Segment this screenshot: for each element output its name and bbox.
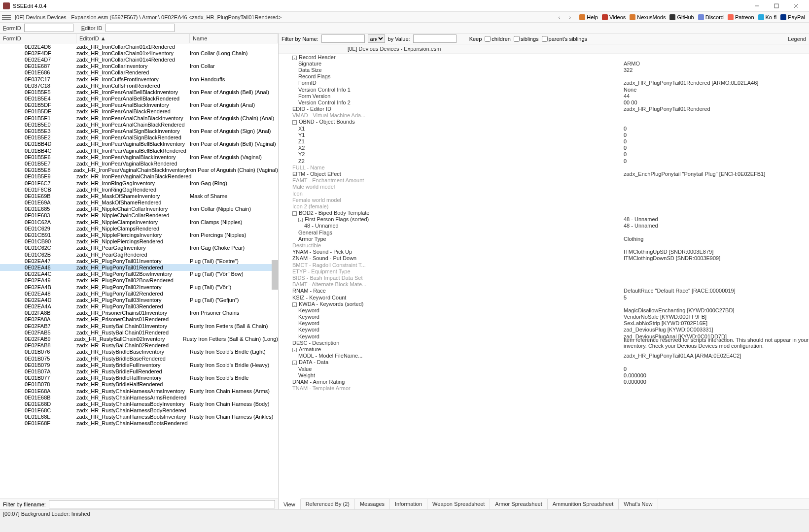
table-row[interactable]: 0E02EA4Azadx_HR_PlugPonyTail03Rendered [0, 303, 278, 310]
legend-button[interactable]: Legend [788, 36, 806, 42]
col-editorid[interactable]: EditorID ▲ [76, 34, 190, 43]
table-row[interactable]: 0E02E4D6zadx_HR_IronCollarChain01x1Rende… [0, 43, 278, 50]
table-row[interactable]: 0E01B5E9zadx_HR_IronPearVaginalChainBlac… [0, 173, 278, 180]
table-row[interactable]: 0E02EA4Dzadx_HR_PlugPonyTail03InventoryP… [0, 297, 278, 303]
link-ko-fi[interactable]: Ko-fi [758, 14, 777, 20]
table-row[interactable]: 0E01CB91zadx_HR_NipplePiercingsInventory… [0, 232, 278, 238]
record-tree[interactable]: 0E02E4D6zadx_HR_IronCollarChain01x1Rende… [0, 43, 278, 499]
table-row[interactable]: 0E01E68Czadx_HR_RustyChainHarnessBodyRen… [0, 407, 278, 414]
filter-op-select[interactable]: and [368, 34, 385, 43]
detail-row[interactable]: 48 - Unnamed48 - Unnamed [279, 223, 809, 229]
col-name[interactable]: Name [190, 34, 278, 43]
table-row[interactable]: 0E02FAB7zadx_HR_RustyBallChain01Inventor… [0, 323, 278, 329]
tab-view[interactable]: View [279, 499, 301, 509]
table-row[interactable]: 0E01B077zadx_HR_RustyBridleHalfInventory… [0, 375, 278, 381]
detail-row[interactable]: Male world model [279, 184, 809, 190]
table-row[interactable]: 0E02FA8Azadx_HR_PrisonerChains01Rendered [0, 316, 278, 323]
table-row[interactable]: 0E01E69Bzadx_HR_MaskOfShameInventoryMask… [0, 193, 278, 199]
expand-icon[interactable]: - [292, 211, 297, 216]
maximize-button[interactable] [767, 0, 786, 12]
detail-row[interactable]: FormIDzadx_HR_PlugPonyTail01Rendered [AR… [279, 80, 809, 86]
link-patreon[interactable]: Patreon [728, 14, 754, 20]
detail-row[interactable]: BMCT - Ragdoll Constraint T... [279, 262, 809, 268]
tab-ammunition-spreadsheet[interactable]: Ammunition Spreadsheet [548, 499, 619, 509]
detail-row[interactable]: Form Version44 [279, 93, 809, 99]
table-row[interactable]: 0E01B5E0zadx_HR_IronPearAnalChainBlackRe… [0, 121, 278, 128]
table-row[interactable]: 0E01E686zadx_HR_IronCollarRendered [0, 69, 278, 76]
link-paypal[interactable]: PayPal [780, 14, 805, 20]
table-row[interactable]: 0E01E683zadx_HR_NippleChainCollarRendere… [0, 212, 278, 219]
table-row[interactable]: 0E02E4D7zadx_HR_IronCollarChain01x4Rende… [0, 56, 278, 63]
detail-row[interactable]: Version Control Info 200 00 [279, 99, 809, 105]
expand-icon[interactable]: - [292, 120, 297, 125]
tab-messages[interactable]: Messages [355, 499, 390, 509]
detail-row[interactable]: KSIZ - Keyword Count5 [279, 294, 809, 300]
table-row[interactable]: 0E01E68Azadx_HR_RustyChainHarnessArmsInv… [0, 388, 278, 394]
table-row[interactable]: 0E01E68Ezadx_HR_RustyChainHarnessBootsIn… [0, 414, 278, 420]
detail-row[interactable]: Weight0.000000 [279, 372, 809, 378]
expand-icon[interactable]: - [292, 56, 297, 60]
filter-name-input[interactable] [321, 34, 365, 43]
keep-children[interactable]: children [485, 36, 511, 42]
table-row[interactable]: 0E02EA48zadx_HR_PlugPonyTail02Rendered [0, 290, 278, 297]
detail-row[interactable]: BAMT - Alternate Block Mate... [279, 281, 809, 288]
table-row[interactable]: 0E01B5E6zadx_HR_IronPearVaginalBlackInve… [0, 154, 278, 160]
detail-row[interactable]: General Flags [279, 229, 809, 235]
table-row[interactable]: 0E01B075zadx_HR_RustyBridleBaseRendered [0, 355, 278, 362]
detail-row[interactable]: Z10 [279, 138, 809, 144]
detail-row[interactable]: Icon 2 (female) [279, 203, 809, 209]
table-row[interactable]: 0E037C17zadx_HR_IronCuffsFrontInventoryI… [0, 76, 278, 82]
detail-row[interactable]: Keywordzad_DeviousPlug [KYWD:0C003331] [279, 327, 809, 333]
link-videos[interactable]: Videos [602, 14, 626, 20]
table-row[interactable]: 0E02EA47zadx_HR_PlugPonyTail01InventoryP… [0, 258, 278, 264]
detail-row[interactable]: X10 [279, 125, 809, 132]
formid-input[interactable] [24, 24, 73, 32]
table-row[interactable]: 0E01F6C7zadx_HR_IronRingGagInventoryIron… [0, 180, 278, 186]
detail-row[interactable]: Female world model [279, 197, 809, 203]
detail-row[interactable]: Value0 [279, 366, 809, 372]
detail-row[interactable]: -KWDA - Keywords (sorted) [279, 300, 809, 307]
table-row[interactable]: 0E01B5DFzadx_HR_IronPearAnalBlackInvento… [0, 102, 278, 108]
table-row[interactable]: 0E02FAB5zadx_HR_RustyBallChain01Rendered [0, 329, 278, 335]
detail-view[interactable]: [0E] Devious Devices - Expansion.esm -Re… [279, 44, 809, 499]
table-row[interactable]: 0E01BB4Czadx_HR_IronPearVaginalBellBlack… [0, 147, 278, 154]
table-row[interactable]: 0E01C62Bzadx_HR_PearGagRendered [0, 251, 278, 258]
table-row[interactable]: 0E01E687zadx_HR_IronCollarInventoryIron … [0, 63, 278, 69]
detail-row[interactable]: KeywordSexLabNoStrip [KYWD:0702F16E] [279, 320, 809, 327]
table-row[interactable]: 0E02E4DFzadx_HR_IronCollarChain01x4Inven… [0, 50, 278, 56]
detail-row[interactable]: EDID - Editor IDzadx_HR_PlugPonyTail01Re… [279, 106, 809, 112]
table-row[interactable]: 0E02EA49zadx_HR_PlugPonyTail02BowRendere… [0, 277, 278, 284]
table-row[interactable]: 0E01B5E1zadx_HR_IronPearAnalChainBlackIn… [0, 115, 278, 121]
close-button[interactable] [786, 0, 806, 12]
detail-row[interactable]: VMAD - Virtual Machine Ada... [279, 112, 809, 119]
table-row[interactable]: 0E01C62Czadx_HR_PearGagInventoryIron Gag… [0, 245, 278, 251]
link-github[interactable]: GitHub [669, 14, 694, 20]
table-row[interactable]: 0E01E68Bzadx_HR_RustyChainHarnessArmsRen… [0, 394, 278, 400]
table-row[interactable]: 0E01BB4Dzadx_HR_IronPearVaginalBellBlack… [0, 141, 278, 147]
table-row[interactable]: 0E01C62Azadx_HR_NippleClampsInventoryIro… [0, 219, 278, 225]
detail-row[interactable]: SignatureARMO [279, 60, 809, 66]
table-row[interactable]: 0E01E68Dzadx_HR_RustyChainHarnessBodyInv… [0, 400, 278, 407]
link-help[interactable]: Help [579, 14, 598, 20]
table-row[interactable]: 0E01B5DEzadx_HR_IronPearAnalBlackRendere… [0, 108, 278, 115]
table-row[interactable]: 0E01E68Fzadx_HR_RustyChainHarnessBootsRe… [0, 420, 278, 427]
detail-row[interactable]: BIDS - Bash Impact Data Set [279, 274, 809, 281]
detail-row[interactable]: KeywordVendorNoSale [KYWD:000FF9FB] [279, 314, 809, 320]
table-row[interactable]: 0E01F6CBzadx_HR_IronRingGagRendered [0, 186, 278, 193]
table-row[interactable]: 0E01B5E5zadx_HR_IronPearAnalBellBlackInv… [0, 89, 278, 95]
table-row[interactable]: 0E037C18zadx_HR_IronCuffsFrontRendered [0, 82, 278, 89]
detail-row[interactable]: EAMT - Enchantment Amount [279, 177, 809, 184]
detail-row[interactable]: EITM - Object Effectzadx_EnchPlugPonytai… [279, 170, 809, 177]
forward-button[interactable]: › [564, 12, 575, 23]
table-row[interactable]: 0E01B079zadx_HR_RustyBridleFullInventory… [0, 362, 278, 368]
table-row[interactable]: 0E02EA4Czadx_HR_PlugPonyTail02BowInvento… [0, 271, 278, 277]
detail-row[interactable]: ZNAM - Sound - Put DownITMClothingDownSD… [279, 255, 809, 262]
detail-row[interactable]: MODL - Model FileName...zadx_HR_PlugPony… [279, 353, 809, 359]
table-row[interactable]: 0E02FAB9zadx_HR_RustyBallChain02Inventor… [0, 335, 278, 342]
menu-icon[interactable] [2, 13, 11, 22]
detail-row[interactable]: RNAM - RaceDefaultRace "Default Race" [R… [279, 288, 809, 294]
filter-input[interactable] [49, 500, 275, 508]
tab-what-s-new[interactable]: What's New [619, 499, 658, 509]
detail-row[interactable]: YNAM - Sound - Pick UpITMClothingUpSD [S… [279, 249, 809, 255]
detail-row[interactable]: Version Control Info 1None [279, 86, 809, 93]
